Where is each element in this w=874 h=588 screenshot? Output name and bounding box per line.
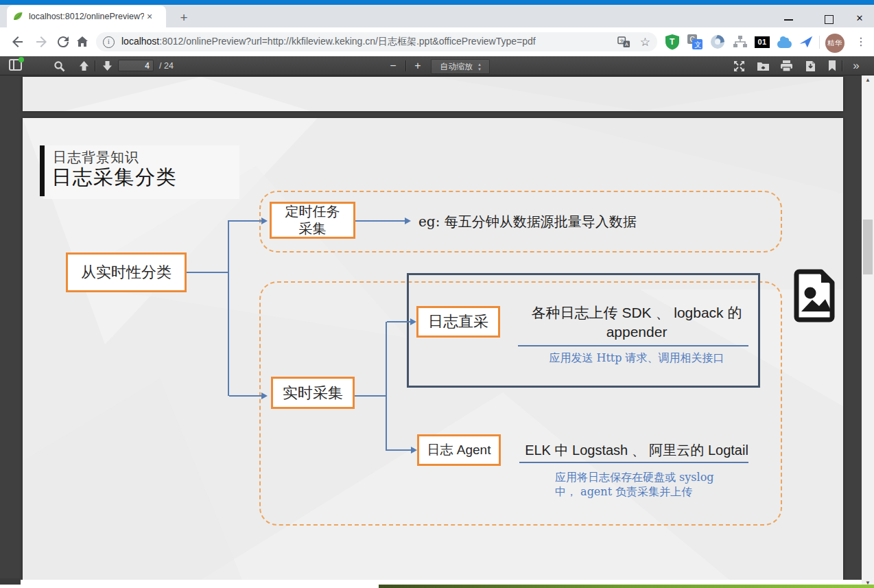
swirl-circle-icon [710,34,725,49]
zoom-out-button[interactable]: − [386,59,401,73]
toolbar-divider [819,36,820,49]
url-text[interactable]: localhost:8012/onlinePreview?url=http://… [121,36,612,48]
profile-avatar[interactable]: 精华 [825,34,845,53]
tab-title: localhost:8012/onlinePreview? [29,12,144,21]
select-up-icon: ▴ [478,62,481,67]
node-scheduled-line1: 定时任务 [285,203,340,220]
scroll-up-icon[interactable]: ▲ [862,75,874,85]
desktop-wallpaper-sliver [379,585,874,588]
connector-line [228,220,229,396]
reload-button[interactable] [55,34,71,50]
scrollbar-thumb[interactable] [863,220,873,274]
sidebar-toggle-button[interactable] [7,59,23,73]
tab-close-icon[interactable]: × [147,12,152,21]
toolbar-divider [405,60,406,71]
forward-button[interactable] [33,34,49,50]
translate-page-icon[interactable]: 文 A [617,36,630,49]
arrowhead-icon [410,318,416,325]
new-tab-button[interactable]: + [176,10,192,27]
connector-line [387,321,410,322]
extension-sitemap[interactable] [731,33,749,51]
print-button[interactable] [778,59,794,73]
underline-rule [519,462,748,463]
arrow-up-icon [79,60,89,71]
underline-rule [518,345,748,346]
address-bar[interactable]: i localhost:8012/onlinePreview?url=http:… [96,32,657,51]
translate-ext-icon: G 文 [687,34,703,50]
extension-cloud[interactable] [775,33,793,51]
url-host: localhost [121,36,159,47]
direct-sub-note: 应用发送 Http 请求、调用相关接口 [496,351,777,366]
tab-strip: localhost:8012/onlinePreview? × + ✕ [0,5,874,27]
direct-description: 各种日志上传 SDK 、 logback 的 appender [496,303,777,342]
badge-01-icon: 01 [755,36,770,48]
home-button[interactable] [74,34,91,50]
window-close-button[interactable]: ✕ [849,11,870,27]
page-number-input[interactable] [118,60,154,71]
extension-circle[interactable] [709,33,727,51]
chrome-menu-button[interactable]: ⋮ [853,34,869,50]
minimize-icon [784,19,793,21]
extension-translate[interactable]: G 文 [686,33,704,51]
arrowhead-icon [261,217,268,224]
pdf-viewer-area[interactable]: 日志背景知识 日志采集分类 从实时性分类 定时任务 [0,75,862,580]
site-info-icon[interactable]: i [103,36,115,48]
node-root: 从实时性分类 [66,252,187,292]
pdf-page-3-bottom [23,77,843,111]
arrowhead-icon [405,217,411,224]
page-up-button[interactable] [75,59,92,73]
connector-line [387,449,411,451]
window-minimize-button[interactable] [779,11,799,27]
find-button[interactable] [51,59,67,73]
download-button[interactable] [802,59,818,73]
search-icon [54,60,65,72]
title-accent-bar [40,145,45,196]
back-button[interactable] [10,34,26,50]
open-file-button[interactable] [755,59,771,73]
window-maximize-button[interactable] [818,11,839,27]
node-direct: 日志直采 [416,306,500,338]
broken-image-icon [792,269,839,322]
node-scheduled: 定时任务 采集 [270,202,355,239]
bookmark-star-icon[interactable]: ☆ [640,36,650,48]
arrow-down-icon [102,60,113,71]
toolbar-divider [95,60,95,71]
direct-description-line2: appender [496,322,777,342]
svg-text:A: A [625,42,628,47]
zoom-select[interactable]: 自动缩放 ▴▾ [431,59,490,74]
direct-description-line1: 各种日志上传 SDK 、 logback 的 [496,303,777,322]
spring-leaf-favicon [12,11,23,22]
download-icon [805,60,816,72]
bookmark-button[interactable] [824,59,840,73]
pdf-page-4: 日志背景知识 日志采集分类 从实时性分类 定时任务 [23,118,843,580]
extension-01[interactable]: 01 [753,33,771,51]
sidebar-notify-dot [19,57,24,62]
sitemap-icon [733,34,748,49]
agent-sub-line2: 中， agent 负责采集并上传 [555,484,761,499]
maximize-icon [825,15,834,24]
cloud-icon [777,40,792,48]
agent-sub-note: 应用将日志保存在硬盘或 syslog 中， agent 负责采集并上传 [555,470,761,499]
window-accent-border [0,0,874,5]
node-agent: 日志 Agent [417,434,501,466]
more-tools-button[interactable]: » [848,59,864,73]
presentation-mode-button[interactable] [731,59,747,73]
browser-tab[interactable]: localhost:8012/onlinePreview? × [7,5,166,27]
scheduled-example-text: eg: 每五分钟从数据源批量导入数据 [418,213,637,231]
slide-bg-shapes [23,77,843,111]
bird-icon [799,34,814,49]
svg-text:T: T [670,37,675,47]
bookmark-icon [828,60,836,71]
extension-shield[interactable]: T [663,33,681,51]
extension-bird[interactable] [797,33,815,51]
page-down-button[interactable] [99,59,115,73]
select-down-icon: ▾ [478,67,481,71]
shield-icon: T [665,34,680,50]
arrowhead-icon [261,392,268,399]
node-scheduled-line2: 采集 [299,220,327,237]
page-count-label: / 24 [159,61,174,71]
toolbar-divider [842,60,842,71]
url-path: :8012/onlinePreview?url=http://kkfilevie… [159,36,535,47]
vertical-scrollbar[interactable]: ▲ ▼ [862,75,874,588]
zoom-in-button[interactable]: + [410,59,425,73]
